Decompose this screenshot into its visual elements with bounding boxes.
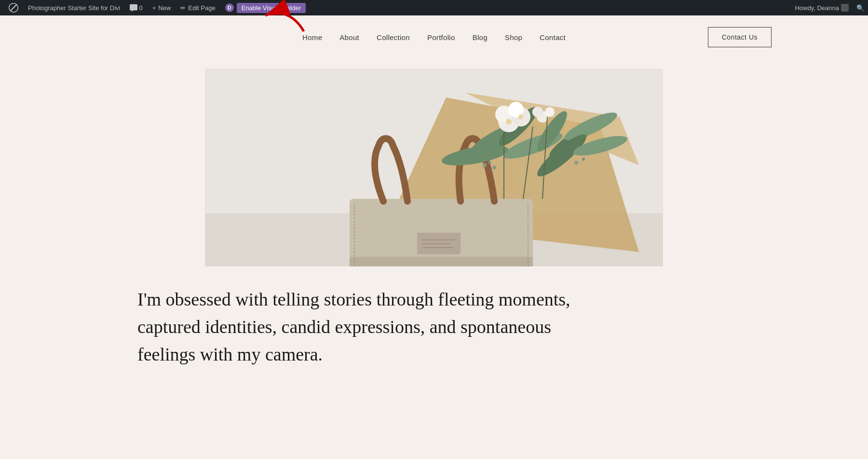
quote-section: I'm obsessed with telling stories throug…: [0, 266, 868, 388]
edit-page-label: Edit Page: [188, 4, 215, 12]
svg-point-26: [506, 119, 512, 125]
howdy-label: Howdy, Deanna: [795, 4, 839, 12]
svg-point-33: [492, 166, 496, 169]
svg-point-32: [488, 161, 491, 164]
wp-logo-button[interactable]: [4, 0, 23, 15]
comments-button[interactable]: 0: [125, 0, 147, 15]
wordpress-icon: [9, 3, 18, 13]
user-avatar: [841, 4, 849, 12]
comments-count: 0: [139, 4, 142, 12]
enable-vb-container[interactable]: D Enable Visual Builder: [220, 0, 311, 15]
new-plus-icon: +: [152, 4, 156, 12]
enable-visual-builder-button[interactable]: Enable Visual Builder: [237, 3, 306, 13]
comment-icon: [130, 4, 137, 12]
svg-point-29: [545, 107, 555, 117]
site-title-text: Photographer Starter Site for Divi: [28, 4, 120, 12]
divi-icon: D: [225, 3, 234, 12]
edit-icon: ✏: [180, 4, 186, 12]
nav-blog[interactable]: Blog: [473, 33, 488, 42]
howdy-section[interactable]: Howdy, Deanna 🔍: [795, 4, 864, 12]
svg-point-34: [574, 161, 578, 165]
new-button[interactable]: + New: [148, 0, 176, 15]
hero-illustration: [205, 69, 663, 266]
hero-image: [205, 69, 663, 266]
svg-point-35: [582, 158, 585, 161]
nav-contact[interactable]: Contact: [540, 33, 566, 42]
svg-rect-6: [350, 257, 533, 266]
nav-collection[interactable]: Collection: [377, 33, 410, 42]
site-title-link[interactable]: Photographer Starter Site for Divi: [23, 0, 125, 15]
main-nav: Home About Collection Portfolio Blog Sho…: [302, 33, 566, 42]
search-icon[interactable]: 🔍: [856, 4, 864, 12]
nav-portfolio[interactable]: Portfolio: [427, 33, 455, 42]
admin-bar: Photographer Starter Site for Divi 0 + N…: [0, 0, 868, 15]
edit-page-button[interactable]: ✏ Edit Page: [176, 0, 220, 15]
nav-shop[interactable]: Shop: [505, 33, 522, 42]
site-header: Home About Collection Portfolio Blog Sho…: [0, 15, 868, 59]
nav-about[interactable]: About: [339, 33, 359, 42]
new-label: New: [158, 4, 171, 12]
svg-point-31: [483, 163, 487, 167]
hero-section: [0, 59, 868, 266]
nav-home[interactable]: Home: [302, 33, 322, 42]
quote-text: I'm obsessed with telling stories throug…: [137, 286, 571, 368]
contact-us-button[interactable]: Contact Us: [708, 27, 772, 47]
svg-point-30: [532, 107, 543, 117]
svg-point-27: [518, 114, 523, 119]
